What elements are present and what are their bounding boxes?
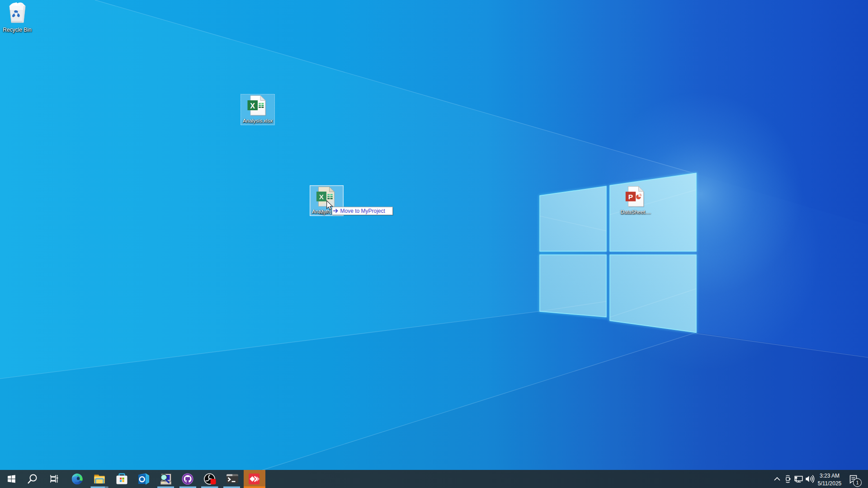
svg-text:3:23 AM: 3:23 AM bbox=[820, 473, 840, 479]
svg-text:X: X bbox=[319, 193, 324, 201]
svg-text:P: P bbox=[628, 193, 633, 201]
svg-text:X: X bbox=[250, 102, 255, 110]
svg-text:Recycle Bin: Recycle Bin bbox=[3, 27, 31, 33]
svg-text:1: 1 bbox=[856, 480, 859, 485]
svg-text:5/11/2025: 5/11/2025 bbox=[818, 480, 842, 487]
svg-text:DataSheet....: DataSheet.... bbox=[620, 209, 651, 215]
svg-text:Move to MyProject: Move to MyProject bbox=[340, 208, 386, 214]
svg-text:Analysis.xlsx: Analysis.xlsx bbox=[243, 118, 273, 123]
